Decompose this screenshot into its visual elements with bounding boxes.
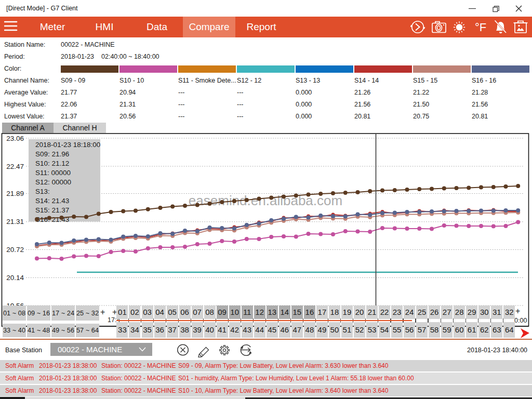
svg-text:S12: 00000: S12: 00000 bbox=[35, 178, 71, 186]
svg-text:+: + bbox=[100, 308, 105, 316]
svg-text:S11: 00000: S11: 00000 bbox=[35, 169, 71, 177]
svg-text:20.72: 20.72 bbox=[6, 246, 24, 254]
svg-text:S09: 21.96: S09: 21.96 bbox=[35, 150, 69, 158]
svg-text:2018-01-23 18:18:00: 2018-01-23 18:18:00 bbox=[35, 141, 100, 149]
svg-text:0:00: 0:00 bbox=[514, 317, 527, 324]
svg-text:21.31: 21.31 bbox=[6, 218, 24, 225]
svg-text:S15: 21.37: S15: 21.37 bbox=[35, 206, 69, 214]
svg-text:22.47: 22.47 bbox=[6, 163, 24, 170]
svg-text:S10: 21.12: S10: 21.12 bbox=[35, 159, 69, 167]
svg-text:23.06: 23.06 bbox=[6, 135, 24, 142]
svg-text:20.14: 20.14 bbox=[6, 274, 24, 282]
svg-text:21.89: 21.89 bbox=[6, 190, 24, 197]
svg-text:S13:: S13: bbox=[35, 188, 50, 195]
svg-text:S14: 21.43: S14: 21.43 bbox=[35, 197, 69, 205]
svg-text:+: + bbox=[515, 307, 520, 315]
